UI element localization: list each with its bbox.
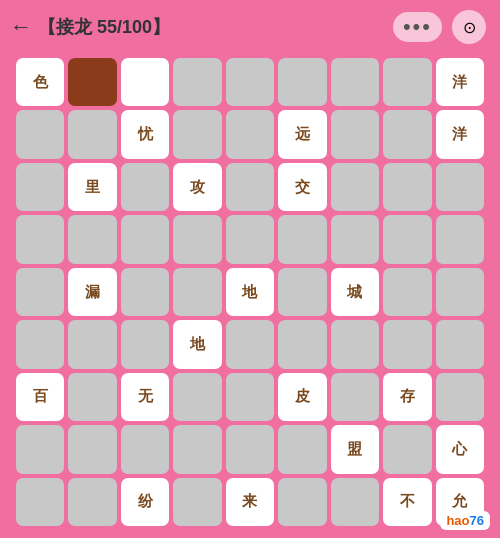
header-left: ← 【接龙 55/100】 — [10, 14, 170, 40]
grid-cell-55[interactable] — [68, 373, 116, 421]
grid-cell-24[interactable] — [331, 163, 379, 211]
target-button[interactable]: ⊙ — [452, 10, 486, 44]
grid-cell-66[interactable] — [173, 425, 221, 473]
header-title: 【接龙 55/100】 — [38, 15, 170, 39]
grid-cell-9[interactable] — [16, 110, 64, 158]
grid-cell-11[interactable]: 忧 — [121, 110, 169, 158]
grid-cell-30[interactable] — [173, 215, 221, 263]
grid-cell-2[interactable] — [121, 58, 169, 106]
grid-cell-31[interactable] — [226, 215, 274, 263]
grid-cell-52[interactable] — [383, 320, 431, 368]
grid-cell-25[interactable] — [383, 163, 431, 211]
grid-cell-53[interactable] — [436, 320, 484, 368]
grid-cell-1[interactable] — [68, 58, 116, 106]
grid-cell-28[interactable] — [68, 215, 116, 263]
grid-cell-36[interactable] — [16, 268, 64, 316]
grid-cell-64[interactable] — [68, 425, 116, 473]
grid-cell-23[interactable]: 交 — [278, 163, 326, 211]
grid-cell-18[interactable] — [16, 163, 64, 211]
grid-cell-29[interactable] — [121, 215, 169, 263]
grid-cell-6[interactable] — [331, 58, 379, 106]
grid-cell-75[interactable] — [173, 478, 221, 526]
grid-cell-44[interactable] — [436, 268, 484, 316]
watermark-num: 76 — [470, 513, 484, 528]
grid-cell-49[interactable] — [226, 320, 274, 368]
grid-cell-71[interactable]: 心 — [436, 425, 484, 473]
header-right: ••• ⊙ — [393, 10, 486, 44]
grid-cell-73[interactable] — [68, 478, 116, 526]
grid-cell-34[interactable] — [383, 215, 431, 263]
grid-cell-14[interactable]: 远 — [278, 110, 326, 158]
grid-cell-4[interactable] — [226, 58, 274, 106]
grid-cell-12[interactable] — [173, 110, 221, 158]
grid-cell-48[interactable]: 地 — [173, 320, 221, 368]
grid-cell-32[interactable] — [278, 215, 326, 263]
grid-cell-59[interactable]: 皮 — [278, 373, 326, 421]
header: ← 【接龙 55/100】 ••• ⊙ — [0, 0, 500, 52]
grid-cell-54[interactable]: 百 — [16, 373, 64, 421]
grid-cell-62[interactable] — [436, 373, 484, 421]
grid-cell-68[interactable] — [278, 425, 326, 473]
grid-cell-13[interactable] — [226, 110, 274, 158]
grid-cell-39[interactable] — [173, 268, 221, 316]
grid-cell-63[interactable] — [16, 425, 64, 473]
grid-cell-26[interactable] — [436, 163, 484, 211]
grid-cell-69[interactable]: 盟 — [331, 425, 379, 473]
grid-cell-50[interactable] — [278, 320, 326, 368]
grid-cell-79[interactable]: 不 — [383, 478, 431, 526]
grid-cell-0[interactable]: 色 — [16, 58, 64, 106]
grid-cell-70[interactable] — [383, 425, 431, 473]
grid-cell-38[interactable] — [121, 268, 169, 316]
grid-cell-45[interactable] — [16, 320, 64, 368]
grid-cell-17[interactable]: 洋 — [436, 110, 484, 158]
grid-cell-58[interactable] — [226, 373, 274, 421]
grid-cell-15[interactable] — [331, 110, 379, 158]
grid-cell-3[interactable] — [173, 58, 221, 106]
grid-cell-35[interactable] — [436, 215, 484, 263]
grid-cell-10[interactable] — [68, 110, 116, 158]
grid-cell-51[interactable] — [331, 320, 379, 368]
grid-cell-40[interactable]: 地 — [226, 268, 274, 316]
watermark-hao: hao — [446, 513, 469, 528]
grid-cell-27[interactable] — [16, 215, 64, 263]
game-grid: 色洋忧远洋里攻交漏地城地百无皮存盟心纷来不允 — [16, 58, 484, 526]
grid-cell-61[interactable]: 存 — [383, 373, 431, 421]
grid-cell-46[interactable] — [68, 320, 116, 368]
grid-cell-33[interactable] — [331, 215, 379, 263]
grid-cell-74[interactable]: 纷 — [121, 478, 169, 526]
back-button[interactable]: ← — [10, 14, 32, 40]
grid-cell-78[interactable] — [331, 478, 379, 526]
grid-cell-60[interactable] — [331, 373, 379, 421]
grid-cell-21[interactable]: 攻 — [173, 163, 221, 211]
grid-cell-72[interactable] — [16, 478, 64, 526]
grid-cell-7[interactable] — [383, 58, 431, 106]
grid-cell-43[interactable] — [383, 268, 431, 316]
grid-cell-42[interactable]: 城 — [331, 268, 379, 316]
grid-cell-19[interactable]: 里 — [68, 163, 116, 211]
grid-cell-56[interactable]: 无 — [121, 373, 169, 421]
grid-cell-20[interactable] — [121, 163, 169, 211]
grid-cell-16[interactable] — [383, 110, 431, 158]
grid-cell-76[interactable]: 来 — [226, 478, 274, 526]
grid-cell-57[interactable] — [173, 373, 221, 421]
grid-cell-77[interactable] — [278, 478, 326, 526]
watermark: hao76 — [440, 511, 490, 530]
grid-cell-5[interactable] — [278, 58, 326, 106]
grid-cell-67[interactable] — [226, 425, 274, 473]
grid-cell-65[interactable] — [121, 425, 169, 473]
more-button[interactable]: ••• — [393, 12, 442, 42]
grid-container: 色洋忧远洋里攻交漏地城地百无皮存盟心纷来不允 — [10, 52, 490, 532]
grid-cell-22[interactable] — [226, 163, 274, 211]
grid-cell-8[interactable]: 洋 — [436, 58, 484, 106]
grid-cell-41[interactable] — [278, 268, 326, 316]
grid-cell-47[interactable] — [121, 320, 169, 368]
grid-cell-37[interactable]: 漏 — [68, 268, 116, 316]
